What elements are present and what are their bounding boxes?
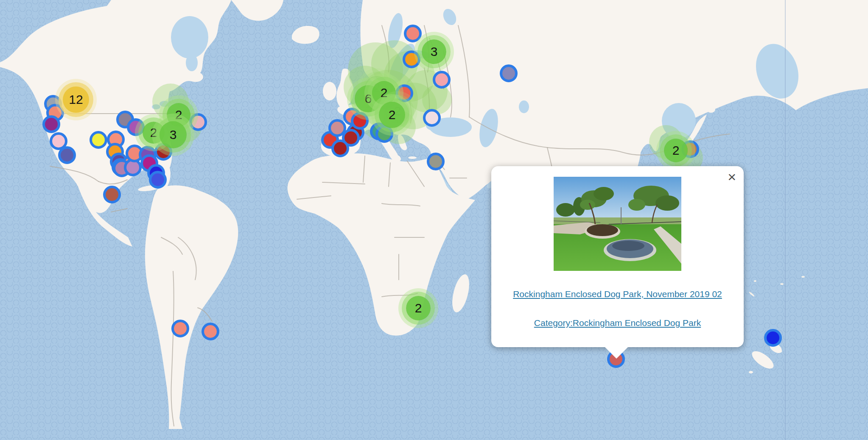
photo-marker[interactable] <box>58 146 76 164</box>
cluster-marker[interactable]: 3 <box>160 121 187 148</box>
cluster-count: 2 <box>415 302 422 315</box>
cluster-marker[interactable]: 2 <box>406 296 431 320</box>
photo-marker[interactable] <box>351 112 369 130</box>
photo-marker[interactable] <box>103 186 121 203</box>
cluster-count: 12 <box>69 93 83 106</box>
popup-photo[interactable] <box>554 177 681 271</box>
photo-marker[interactable] <box>42 115 60 133</box>
photo-marker[interactable] <box>127 118 145 136</box>
photo-marker[interactable] <box>423 109 441 127</box>
photo-marker[interactable] <box>403 50 420 68</box>
popup-title-link: Rockingham Enclosed Dog Park, November 2… <box>491 289 744 299</box>
popup-tail <box>605 347 628 359</box>
photo-marker[interactable] <box>500 64 518 82</box>
cluster-marker[interactable]: 3 <box>422 39 446 64</box>
photo-marker[interactable] <box>171 320 189 337</box>
photo-marker[interactable] <box>331 139 349 157</box>
cluster-count: 3 <box>431 45 438 58</box>
photo-marker[interactable] <box>427 153 445 170</box>
cluster-count: 2 <box>672 144 680 157</box>
cluster-count: 2 <box>175 109 182 121</box>
cluster-marker[interactable]: 12 <box>63 86 89 113</box>
photo-marker[interactable] <box>404 25 422 42</box>
photo-marker[interactable] <box>90 131 107 149</box>
cluster-marker[interactable]: 2 <box>379 102 405 128</box>
popup-category-link: Category:Rockingham Enclosed Dog Park <box>491 318 744 328</box>
photo-marker[interactable] <box>149 171 167 189</box>
file-link[interactable]: Rockingham Enclosed Dog Park, November 2… <box>513 289 722 299</box>
photo-marker[interactable] <box>202 323 219 340</box>
cluster-count: 3 <box>170 128 177 141</box>
cluster-marker[interactable]: 2 <box>664 139 688 162</box>
map-popup: × <box>491 166 744 347</box>
photo-marker[interactable] <box>433 71 451 89</box>
cluster-count: 2 <box>381 86 388 99</box>
category-link[interactable]: Category:Rockingham Enclosed Dog Park <box>534 318 701 328</box>
cluster-count: 2 <box>389 109 396 121</box>
photo-marker[interactable] <box>189 113 207 131</box>
cluster-count: 6 <box>365 92 372 105</box>
photo-marker[interactable] <box>764 329 782 347</box>
cluster-count: 2 <box>150 126 157 139</box>
close-icon[interactable]: × <box>726 168 738 186</box>
